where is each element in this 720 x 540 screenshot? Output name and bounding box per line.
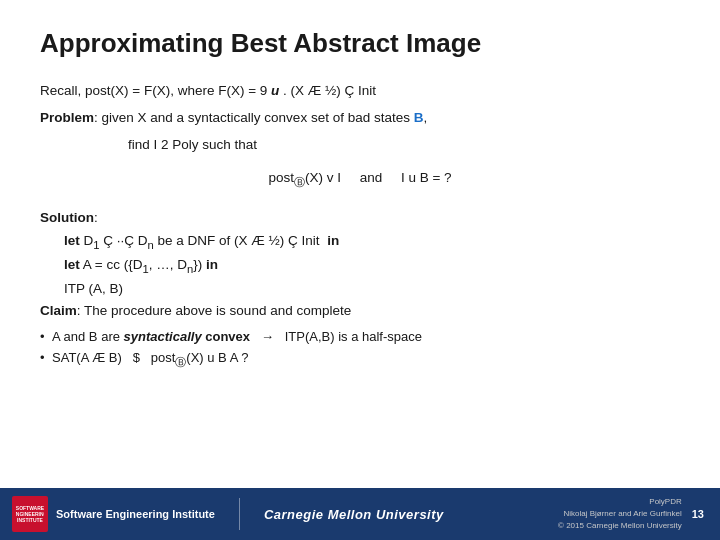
bullet2: SAT(A Æ B) $ postⒷ(X) u B A ?: [40, 348, 680, 371]
solution-label: Solution:: [40, 207, 680, 229]
page-number: 13: [692, 508, 704, 520]
main-content: Approximating Best Abstract Image Recall…: [0, 0, 720, 380]
cmu-logo: Carnegie Mellon University: [264, 507, 444, 522]
let1-line: let D1 Ç ··Ç Dn be a DNF of (X Æ ½) Ç In…: [40, 230, 680, 254]
claim-line: Claim: The procedure above is sound and …: [40, 300, 680, 322]
sei-text: Software Engineering Institute: [56, 507, 215, 521]
problem-line2: find I 2 Poly such that: [40, 135, 680, 156]
bullet1: A and B are syntactically convex → ITP(A…: [40, 327, 680, 348]
footer-credits: PolyPDR Nikolaj Bjørner and Arie Gurfink…: [558, 496, 682, 532]
problem-line1: Problem: given X and a syntactically con…: [40, 108, 680, 129]
credit-line3: © 2015 Carnegie Mellon University: [558, 520, 682, 532]
recall-line: Recall, post(X) = F(X), where F(X) = 9 u…: [40, 81, 680, 102]
credit-line2: Nikolaj Bjørner and Arie Gurfinkel: [558, 508, 682, 520]
footer-left: SOFTWARE ENGINEERING INSTITUTE Software …: [12, 496, 444, 532]
centered-equation: postⒷ(X) v I and I u B = ?: [40, 170, 680, 190]
solution-section: Solution: let D1 Ç ··Ç Dn be a DNF of (X…: [40, 207, 680, 322]
footer-bar: SOFTWARE ENGINEERING INSTITUTE Software …: [0, 488, 720, 540]
page-title: Approximating Best Abstract Image: [40, 28, 680, 59]
sei-logo: SOFTWARE ENGINEERING INSTITUTE Software …: [12, 496, 215, 532]
footer-right-section: PolyPDR Nikolaj Bjørner and Arie Gurfink…: [558, 496, 704, 532]
svg-text:INSTITUTE: INSTITUTE: [17, 517, 43, 523]
footer-divider: [239, 498, 240, 530]
credit-line1: PolyPDR: [558, 496, 682, 508]
itp-line: ITP (A, B): [40, 278, 680, 300]
sei-logo-icon: SOFTWARE ENGINEERING INSTITUTE: [12, 496, 48, 532]
subscript-b: Ⓑ: [294, 175, 305, 187]
let2-line: let A = cc ({D1, …, Dn}) in: [40, 254, 680, 278]
